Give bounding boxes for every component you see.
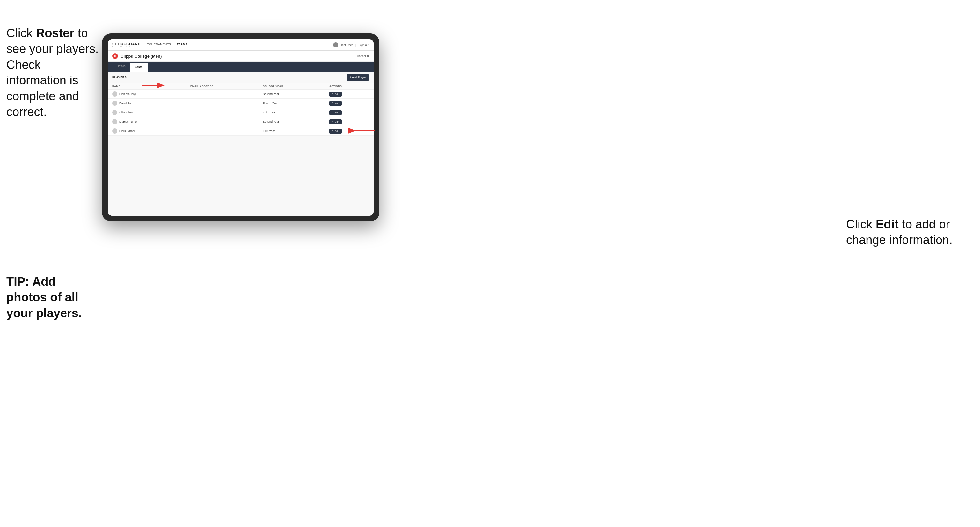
player-name: Elliot Ebert bbox=[119, 111, 133, 114]
edit-button[interactable]: ✎ Edit bbox=[329, 119, 342, 124]
col-email: EMAIL ADDRESS bbox=[186, 83, 258, 89]
player-avatar bbox=[112, 119, 117, 124]
pencil-icon: ✎ bbox=[332, 102, 334, 105]
left-instructions: Click Roster to see your players. Check … bbox=[6, 25, 99, 120]
roster-arrow bbox=[140, 79, 166, 92]
player-email-cell bbox=[186, 127, 258, 136]
pencil-icon: ✎ bbox=[332, 93, 334, 95]
player-avatar bbox=[112, 129, 117, 133]
player-email-cell bbox=[186, 99, 258, 108]
table-row: David Ford Fourth Year ✎ Edit bbox=[108, 99, 374, 108]
roster-bold: Roster bbox=[36, 27, 74, 40]
player-email-cell bbox=[186, 89, 258, 99]
edit-label: Edit bbox=[335, 130, 339, 133]
tab-details[interactable]: Details bbox=[112, 62, 130, 72]
player-name-cell: Marcus Turner bbox=[108, 117, 186, 127]
right-instructions: Click Edit to add or change information. bbox=[846, 217, 955, 248]
table-body: Blair McHarg Second Year ✎ Edit David Fo… bbox=[108, 89, 374, 136]
edit-button[interactable]: ✎ Edit bbox=[329, 110, 342, 115]
instruction-text-2: Click Edit to add or change information. bbox=[846, 217, 953, 247]
pencil-icon: ✎ bbox=[332, 130, 334, 132]
player-name: Piers Parnell bbox=[119, 129, 135, 133]
nav-teams[interactable]: TEAMS bbox=[177, 43, 188, 47]
tip-text: TIP: Add photos of all your players. bbox=[6, 274, 99, 321]
player-actions-cell: ✎ Edit bbox=[325, 99, 374, 108]
tablet-device: SCOREBOARD Powered by clippi TOURNAMENTS… bbox=[102, 33, 379, 221]
player-actions-cell: ✎ Edit bbox=[325, 89, 374, 99]
logo-text: SCOREBOARD bbox=[112, 42, 141, 46]
user-icon bbox=[333, 42, 338, 48]
edit-button[interactable]: ✎ Edit bbox=[329, 92, 342, 97]
edit-button[interactable]: ✎ Edit bbox=[329, 129, 342, 133]
sign-out-link[interactable]: Sign out bbox=[359, 43, 369, 46]
player-name-cell: David Ford bbox=[108, 99, 186, 108]
player-year-cell: Third Year bbox=[258, 108, 325, 117]
table-row: Marcus Turner Second Year ✎ Edit bbox=[108, 117, 374, 127]
col-actions: ACTIONS bbox=[325, 83, 374, 89]
edit-label: Edit bbox=[335, 102, 339, 105]
player-name: David Ford bbox=[119, 102, 133, 105]
player-actions-cell: ✎ Edit bbox=[325, 108, 374, 117]
player-name-cell: Piers Parnell bbox=[108, 127, 186, 136]
nav-separator: | bbox=[355, 43, 356, 46]
player-email-cell bbox=[186, 117, 258, 127]
edit-label: Edit bbox=[335, 93, 339, 95]
nav-right: Test User | Sign out bbox=[333, 42, 369, 48]
nav-links: TOURNAMENTS TEAMS bbox=[147, 43, 333, 47]
team-header: C Clippd College (Men) Cancel ✕ bbox=[108, 51, 374, 62]
tab-roster[interactable]: Roster bbox=[130, 63, 148, 72]
instruction-text-1: Click Roster to see your players. Check … bbox=[6, 27, 99, 119]
player-avatar bbox=[112, 91, 117, 97]
content-area: PLAYERS + Add Player NAME EMAIL ADDRESS … bbox=[108, 72, 374, 216]
logo-subtext: Powered by clippi bbox=[112, 46, 141, 48]
tabs-bar: Details Roster bbox=[108, 62, 374, 72]
edit-label: Edit bbox=[335, 111, 339, 114]
team-name: Clippd College (Men) bbox=[121, 54, 162, 59]
edit-label: Edit bbox=[335, 121, 339, 123]
cancel-button[interactable]: Cancel ✕ bbox=[357, 54, 369, 58]
pencil-icon: ✎ bbox=[332, 121, 334, 123]
add-player-button[interactable]: + Add Player bbox=[347, 74, 369, 81]
player-name-cell: Elliot Ebert bbox=[108, 108, 186, 117]
player-email-cell bbox=[186, 108, 258, 117]
edit-arrow bbox=[351, 124, 376, 137]
pencil-icon: ✎ bbox=[332, 111, 334, 114]
player-year-cell: First Year bbox=[258, 127, 325, 136]
nav-user-text: Test User bbox=[341, 43, 353, 46]
app-logo: SCOREBOARD Powered by clippi bbox=[112, 42, 141, 48]
nav-tournaments[interactable]: TOURNAMENTS bbox=[147, 43, 171, 47]
table-row: Elliot Ebert Third Year ✎ Edit bbox=[108, 108, 374, 117]
players-label: PLAYERS bbox=[112, 76, 127, 79]
player-year-cell: Fourth Year bbox=[258, 99, 325, 108]
player-year-cell: Second Year bbox=[258, 117, 325, 127]
tablet-screen: SCOREBOARD Powered by clippi TOURNAMENTS… bbox=[108, 39, 374, 216]
team-logo: C bbox=[112, 53, 118, 59]
edit-button[interactable]: ✎ Edit bbox=[329, 101, 342, 106]
team-title-row: C Clippd College (Men) bbox=[112, 53, 162, 59]
edit-bold: Edit bbox=[876, 217, 899, 231]
player-avatar bbox=[112, 101, 117, 106]
player-name: Marcus Turner bbox=[119, 120, 138, 123]
player-avatar bbox=[112, 110, 117, 115]
app-navbar: SCOREBOARD Powered by clippi TOURNAMENTS… bbox=[108, 39, 374, 51]
col-school-year: SCHOOL YEAR bbox=[258, 83, 325, 89]
player-name: Blair McHarg bbox=[119, 92, 136, 95]
player-year-cell: Second Year bbox=[258, 89, 325, 99]
table-row: Piers Parnell First Year ✎ Edit bbox=[108, 127, 374, 136]
